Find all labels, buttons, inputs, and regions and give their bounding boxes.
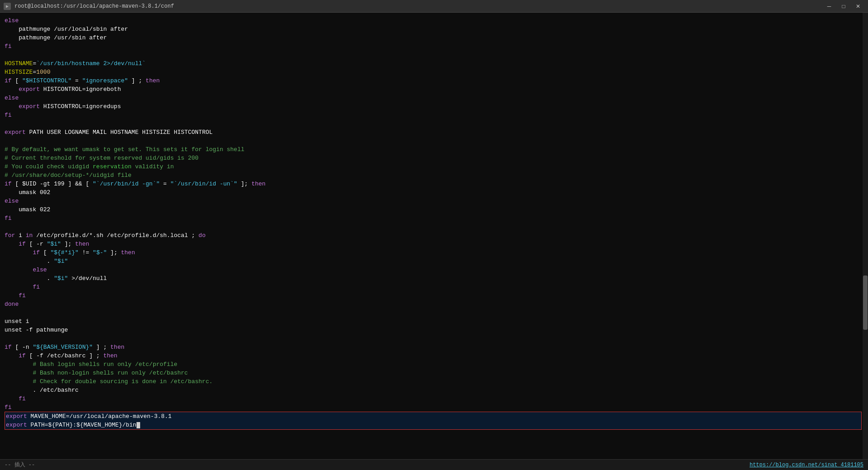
line-comment-3: # You could check uidgid reservation val… [5,162,863,171]
line-empty-2 [5,119,863,128]
line-histcontrol-if: if [ "$HISTCONTROL" = "ignorespace" ] ; … [5,76,863,85]
line-bash-comment-2: # Bash non-login shells run only /etc/ba… [5,369,863,377]
line-if-hash: if [ "${#*i}" != "$-" ]; then [5,248,863,257]
status-bar: -- 插入 -- https://blog.csdn.net/sinat_418… [0,459,868,470]
maximize-button[interactable]: □ [837,1,850,11]
line-fi-6: fi [5,394,863,403]
terminal-icon: ▶ [4,3,11,10]
line-umask-022: umask 022 [5,205,863,214]
line-empty-5 [5,309,863,317]
line-bash-comment-1: # Bash login shells run only /etc/profil… [5,360,863,369]
minimize-button[interactable]: ─ [823,1,835,11]
title-bar: ▶ root@localhost:/usr/local/apache-maven… [0,0,868,13]
line-for: for i in /etc/profile.d/*.sh /etc/profil… [5,231,863,240]
line-dot-bashrc: . /etc/bashrc [5,386,863,394]
window-controls: ─ □ ✕ [823,1,864,11]
line-umask-002: umask 002 [5,188,863,197]
line-pathmunge-1: pathmunge /usr/local/sbin after [5,25,863,33]
line-pathmunge-2: pathmunge /usr/sbin after [5,33,863,42]
status-bar-link: https://blog.csdn.net/sinat_4181105 [750,462,863,468]
line-hostname: HOSTNAME=`/usr/bin/hostname 2>/dev/null` [5,59,863,68]
scrollbar-thumb[interactable] [863,275,868,330]
window-title: root@localhost:/usr/local/apache-maven-3… [14,3,174,9]
csdn-link[interactable]: https://blog.csdn.net/sinat_4181105 [750,462,863,468]
line-empty-4 [5,223,863,231]
line-uid-if: if [ $UID -gt 199 ] && [ "`/usr/bin/id -… [5,180,863,188]
line-fi-5: fi [5,291,863,300]
line-unset-i: unset i [5,317,863,326]
terminal-container: else pathmunge /usr/local/sbin after pat… [0,13,868,470]
line-export-all: export PATH USER LOGNAME MAIL HOSTNAME H… [5,128,863,137]
line-dot-i-null: . "$i" >/dev/null [5,274,863,283]
line-empty-6 [5,334,863,343]
line-else-2: else [5,94,863,102]
line-fi-1: fi [5,42,863,51]
line-if-r: if [ -r "$i" ]; then [5,240,863,248]
line-done: done [5,300,863,309]
line-bash-if: if [ -n "${BASH_VERSION}" ] ; then [5,343,863,351]
line-histsize: HISTSIZE=1000 [5,68,863,76]
highlighted-export-block: export MAVEN_HOME=/usr/local/apache-mave… [5,412,862,430]
line-export-ignoreboth: export HISTCONTROL=ignoreboth [5,85,863,94]
line-else-1: else [5,16,863,25]
line-path-export: export PATH=${PATH}:${MAVEN_HOME}/bin [6,421,860,429]
line-empty-3 [5,137,863,145]
line-empty-1 [5,51,863,59]
close-button[interactable]: ✕ [852,1,864,11]
line-else-4: else [5,266,863,274]
line-export-ignoredups: export HISTCONTROL=ignoredups [5,102,863,111]
line-fi-7: fi [5,403,863,412]
scrollbar-area [863,13,868,459]
line-fi-3: fi [5,214,863,223]
line-comment-4: # /usr/share/doc/setup-*/uidgid file [5,171,863,180]
line-dot-i: . "$i" [5,257,863,266]
line-fi-2: fi [5,111,863,119]
line-fi-4: fi [5,283,863,291]
line-else-3: else [5,197,863,205]
line-unset-f: unset -f pathmunge [5,326,863,334]
title-bar-left: ▶ root@localhost:/usr/local/apache-maven… [4,3,174,10]
line-maven-home: export MAVEN_HOME=/usr/local/apache-mave… [6,412,860,421]
line-bash-comment-3: # Check for double sourcing is done in /… [5,377,863,386]
terminal-content: else pathmunge /usr/local/sbin after pat… [0,13,868,459]
line-bashrc-if: if [ -f /etc/bashrc ] ; then [5,351,863,360]
line-comment-2: # Current threshold for system reserved … [5,154,863,162]
line-comment-1: # By default, we want umask to get set. … [5,145,863,154]
vim-mode-status: -- 插入 -- [5,461,35,469]
